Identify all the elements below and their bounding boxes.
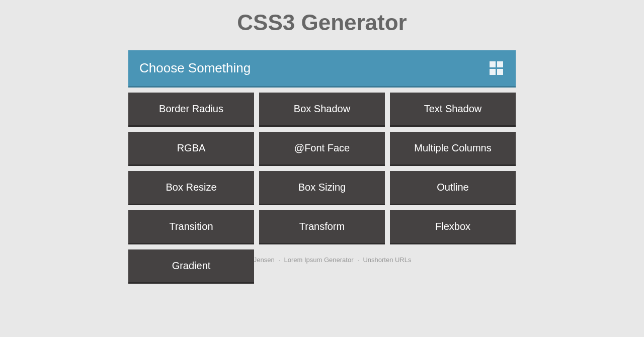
- option-flexbox[interactable]: Flexbox: [390, 210, 516, 244]
- option-gradient[interactable]: Gradient: [128, 249, 254, 284]
- grid-icon[interactable]: [490, 61, 503, 75]
- header-bar[interactable]: Choose Something: [128, 50, 516, 88]
- option-box-shadow[interactable]: Box Shadow: [259, 93, 385, 127]
- option-border-radius[interactable]: Border Radius: [128, 93, 254, 127]
- main-container: Choose Something Border Radius Box Shado…: [128, 50, 516, 284]
- option-rgba[interactable]: RGBA: [128, 132, 254, 166]
- header-prompt: Choose Something: [139, 60, 251, 76]
- option-transform[interactable]: Transform: [259, 210, 385, 244]
- option-transition[interactable]: Transition: [128, 210, 254, 244]
- option-box-sizing[interactable]: Box Sizing: [259, 171, 385, 205]
- option-multiple-columns[interactable]: Multiple Columns: [390, 132, 516, 166]
- option-font-face[interactable]: @Font Face: [259, 132, 385, 166]
- options-grid: Border Radius Box Shadow Text Shadow RGB…: [128, 93, 516, 284]
- option-outline[interactable]: Outline: [390, 171, 516, 205]
- page-title: CSS3 Generator: [0, 0, 644, 50]
- option-text-shadow[interactable]: Text Shadow: [390, 93, 516, 127]
- option-box-resize[interactable]: Box Resize: [128, 171, 254, 205]
